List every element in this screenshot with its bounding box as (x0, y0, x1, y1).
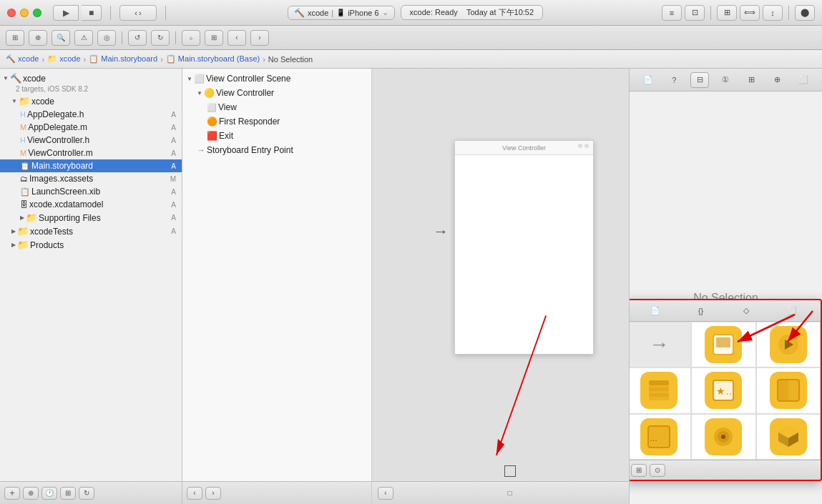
sidebar-item-root[interactable]: ▼ 🔨 xcode (0, 71, 182, 85)
minimize-button[interactable] (20, 9, 29, 17)
view-icon: ⬜ (207, 103, 217, 112)
scene-item-view[interactable]: ⬜ View (182, 100, 371, 114)
sidebar-add-btn[interactable]: + (4, 487, 20, 500)
obj-tab-code[interactable]: {} (692, 303, 710, 319)
inspector-toggle[interactable]: ⬤ (795, 5, 815, 21)
inspector-tabs: 📄 ? ⊟ ① ⊞ ⊕ ⬜ (630, 69, 822, 92)
obj-tab-view[interactable]: ⬜ (783, 303, 801, 319)
obj-cell-cube[interactable] (756, 414, 821, 460)
sidebar-item-xcodetests[interactable]: ▶ 📁 xcodeTests A (0, 224, 182, 238)
inspector-tab-identity[interactable]: ⊟ (690, 72, 709, 88)
add-btn[interactable]: ⊕ (29, 30, 47, 46)
redo-btn[interactable]: ↻ (151, 30, 170, 46)
triangle-vc: ▼ (197, 90, 202, 97)
obj-lib-grid-btn[interactable]: ⊞ (631, 464, 647, 477)
inspector-tab-3[interactable]: ⊕ (768, 72, 787, 88)
inspector-tab-quickhelp[interactable]: ? (665, 72, 683, 88)
obj-cell-tab[interactable]: … (629, 414, 691, 460)
frame-dots (578, 144, 589, 148)
scheme-selector[interactable]: 🔨 xcode | 📱 iPhone 6 ⌄ (288, 6, 395, 20)
sidebar-clock-btn[interactable]: 🕐 (41, 487, 57, 500)
undo-btn[interactable]: ↺ (128, 30, 147, 46)
sidebar-item-products[interactable]: ▶ 📁 Products (0, 238, 182, 252)
svg-text:…: … (650, 434, 657, 443)
scene-back-btn[interactable]: ‹ (187, 487, 202, 500)
sidebar-item-supporting[interactable]: ▶ 📁 Supporting Files A (0, 211, 182, 224)
breadcrumb-base[interactable]: 📋 Main.storyboard (Base) (166, 54, 260, 64)
inspector-tab-2[interactable]: ⊞ (743, 72, 761, 88)
back-forward-button[interactable]: ‹› (119, 5, 157, 21)
triangle-products: ▶ (11, 242, 16, 248)
version-toggle[interactable]: ↕ (763, 5, 783, 21)
obj-cell-nav[interactable] (756, 322, 821, 367)
stop-button[interactable]: ■ (82, 5, 102, 21)
scene-item-vc[interactable]: ▼ 🟡 View Controller (182, 86, 371, 100)
new-file-btn[interactable]: ⊞ (6, 30, 24, 46)
status-bar: xcode: Ready Today at 下午10:52 (401, 5, 543, 20)
scene-item-vc-scene[interactable]: ▼ ⬜ View Controller Scene (182, 71, 371, 86)
viewcontroller-m-icon: M (20, 149, 26, 157)
vc-label: View Controller (216, 88, 274, 98)
edit-toggle[interactable]: ⊞ (717, 5, 737, 21)
canvas-back-btn[interactable]: ‹ (378, 487, 393, 500)
breadcrumb-xcode2[interactable]: 📁 xcode (47, 54, 80, 64)
toolbar: ⊞ ⊕ 🔍 ⚠ ◎ ↺ ↻ ⬦ ⊞ ‹ › (0, 26, 822, 50)
editor-area: ▼ ⬜ View Controller Scene ▼ 🟡 View Contr… (182, 69, 822, 504)
sidebar-item-xcdatamodel[interactable]: 🗄 xcode.xcdatamodel A (0, 198, 182, 211)
titlebar-right: ≡ ⊡ ⊞ ⟺ ↕ ⬤ (662, 5, 815, 21)
obj-cell-custom[interactable]: ★… (691, 367, 755, 413)
sidebar-item-viewcontroller-h[interactable]: H ViewController.h A (0, 134, 182, 147)
inspector-tab-file[interactable]: 📄 (639, 72, 657, 88)
appdelegate-h-icon: H (20, 110, 26, 119)
triangle-supporting: ▶ (20, 214, 24, 221)
scene-item-entry[interactable]: → Storyboard Entry Point (182, 143, 371, 157)
scene-item-responder[interactable]: 🟠 First Responder (182, 114, 371, 129)
sidebar-item-appdelegate-h[interactable]: H AppDelegate.h A (0, 108, 182, 121)
maximize-button[interactable] (33, 9, 41, 17)
vc-scene-label: View Controller Scene (206, 74, 291, 84)
assistant-toggle[interactable]: ⟺ (740, 5, 760, 21)
sidebar-expand-btn[interactable]: ⊞ (60, 487, 76, 500)
xcode-folder-label: xcode (31, 97, 54, 107)
sidebar-item-mainstoryboard[interactable]: 📋 Main.storyboard A (0, 159, 182, 172)
issue-btn[interactable]: ◎ (97, 30, 116, 46)
obj-lib-list-btn[interactable]: ⊙ (650, 464, 665, 477)
nav-forward-btn[interactable]: › (250, 30, 269, 46)
run-button[interactable]: ▶ (53, 5, 79, 21)
search-btn[interactable]: 🔍 (52, 30, 70, 46)
obj-tab-file[interactable]: 📄 (646, 303, 665, 319)
warning-btn[interactable]: ⚠ (74, 30, 93, 46)
sidebar-item-viewcontroller-m[interactable]: M ViewController.m A (0, 147, 182, 159)
supporting-label: Supporting Files (39, 213, 101, 223)
svg-point-21 (721, 435, 725, 439)
grid-btn[interactable]: ⊞ (205, 30, 223, 46)
sidebar-item-xcode-folder[interactable]: ▼ 📁 xcode (0, 94, 182, 108)
scene-item-exit[interactable]: 🟥 Exit (182, 129, 371, 143)
navigator-toggle[interactable]: ≡ (662, 5, 682, 21)
circle-icon-cell (705, 418, 742, 455)
dropdown-chevron: ⌄ (382, 8, 388, 17)
inspector-tab-1[interactable]: ① (716, 72, 735, 88)
obj-cell-arrow[interactable]: → (629, 322, 691, 367)
obj-tab-shape[interactable]: ◇ (737, 303, 755, 319)
sidebar-filter-btn[interactable]: ⊕ (23, 487, 39, 500)
nav-back-btn[interactable]: ‹ (227, 30, 246, 46)
inspector-tab-4[interactable]: ⬜ (794, 72, 813, 88)
debug-toggle[interactable]: ⊡ (685, 5, 705, 21)
obj-cell-circle[interactable] (691, 414, 755, 460)
obj-cell-table[interactable] (629, 367, 691, 413)
sidebar-item-images[interactable]: 🗂 Images.xcassets M (0, 172, 182, 185)
sidebar-item-launchscreen[interactable]: 📋 LaunchScreen.xib A (0, 185, 182, 198)
close-button[interactable] (7, 9, 16, 17)
obj-cell-vc[interactable] (691, 322, 755, 367)
breakpoint-btn[interactable]: ⬦ (182, 30, 200, 46)
sidebar-refresh-btn[interactable]: ↻ (79, 487, 94, 500)
breadcrumb-mainstoryboard[interactable]: 📋 Main.storyboard (89, 54, 157, 64)
scene-forward-btn[interactable]: › (205, 487, 221, 500)
breadcrumb-xcode1[interactable]: 🔨 xcode (6, 54, 39, 64)
sidebar-item-appdelegate-m[interactable]: M AppDelegate.m A (0, 121, 182, 134)
svg-rect-8 (649, 380, 669, 385)
object-library-tabs: 📄 {} ◇ ⬜ (629, 300, 821, 322)
canvas-area[interactable]: → View Controller (372, 69, 629, 504)
obj-cell-split[interactable] (756, 367, 821, 413)
